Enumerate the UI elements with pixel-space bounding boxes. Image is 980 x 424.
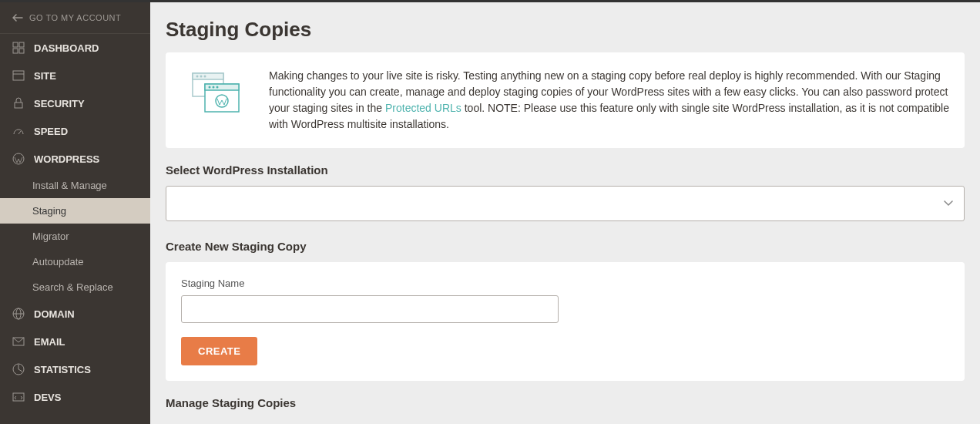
dashboard-icon (12, 42, 25, 54)
create-staging-section: Create New Staging Copy Staging Name CRE… (166, 240, 965, 381)
create-staging-card: Staging Name CREATE (166, 262, 965, 381)
arrow-left-icon (12, 14, 23, 22)
sub-install-manage[interactable]: Install & Manage (0, 173, 150, 198)
svg-line-7 (18, 131, 21, 134)
nav-dashboard[interactable]: DASHBOARD (0, 34, 150, 62)
tab-backup[interactable]: BACKUP (295, 419, 341, 424)
page-title: Staging Copies (166, 18, 965, 42)
nav-speed-label: SPEED (34, 126, 68, 137)
svg-rect-14 (13, 393, 24, 401)
stats-icon (12, 363, 25, 375)
main-content: Staging Copies Making changes to your li… (150, 2, 980, 424)
manage-staging-label: Manage Staging Copies (166, 396, 965, 409)
nav-domain[interactable]: DOMAIN (0, 300, 150, 328)
sub-autoupdate[interactable]: Autoupdate (0, 249, 150, 274)
manage-staging-section: Manage Staging Copies STAGING COPIES BAC… (166, 396, 965, 424)
select-install-section: Select WordPress Installation (166, 163, 965, 221)
create-staging-label: Create New Staging Copy (166, 240, 965, 253)
staging-name-label: Staging Name (181, 278, 949, 289)
nav-security-label: SECURITY (34, 98, 85, 109)
chevron-down-icon (944, 200, 953, 207)
devs-icon (12, 391, 25, 403)
select-install-label: Select WordPress Installation (166, 163, 965, 177)
back-link-label: GO TO MY ACCOUNT (29, 13, 121, 22)
sub-migrator[interactable]: Migrator (0, 224, 150, 249)
svg-point-22 (209, 86, 211, 89)
intro-card: Making changes to your live site is risk… (166, 52, 965, 148)
nav-email-label: EMAIL (34, 336, 65, 348)
svg-rect-1 (19, 42, 24, 47)
svg-rect-3 (19, 49, 24, 53)
nav-security[interactable]: SECURITY (0, 89, 150, 117)
manage-tabs: STAGING COPIES BACKUP (166, 419, 965, 424)
nav-speed[interactable]: SPEED (0, 117, 150, 145)
staging-name-input[interactable] (181, 295, 559, 323)
nav-devs-label: DEVS (34, 392, 61, 403)
globe-icon (12, 308, 25, 320)
svg-rect-0 (13, 42, 18, 47)
svg-point-23 (213, 86, 215, 89)
wordpress-install-select[interactable] (166, 186, 965, 221)
nav-site-label: SITE (34, 70, 56, 82)
nav-site[interactable]: SITE (0, 62, 150, 89)
back-to-account-link[interactable]: GO TO MY ACCOUNT (0, 2, 150, 34)
nav-wordpress[interactable]: WORDPRESS (0, 145, 150, 173)
lock-icon (12, 97, 25, 109)
nav-dashboard-label: DASHBOARD (34, 42, 99, 54)
svg-point-18 (200, 76, 203, 78)
wordpress-icon (12, 153, 25, 165)
svg-rect-4 (13, 71, 24, 80)
nav-domain-label: DOMAIN (34, 308, 75, 320)
sub-staging[interactable]: Staging (0, 198, 150, 224)
mail-icon (12, 335, 25, 348)
speed-icon (12, 125, 25, 137)
sidebar: GO TO MY ACCOUNT DASHBOARD SITE SECURITY… (0, 2, 150, 424)
nav-email[interactable]: EMAIL (0, 328, 150, 355)
svg-rect-6 (15, 103, 22, 108)
intro-text: Making changes to your live site is risk… (269, 68, 949, 133)
nav-wordpress-label: WORDPRESS (34, 153, 99, 165)
svg-point-19 (204, 76, 206, 78)
nav-devs[interactable]: DEVS (0, 383, 150, 411)
svg-rect-2 (13, 49, 18, 53)
create-button[interactable]: CREATE (181, 337, 257, 365)
staging-illustration (181, 68, 250, 113)
site-icon (12, 69, 25, 82)
tab-staging-copies[interactable]: STAGING COPIES (180, 419, 270, 424)
nav-statistics[interactable]: STATISTICS (0, 355, 150, 383)
svg-point-24 (216, 86, 219, 89)
nav-statistics-label: STATISTICS (34, 364, 91, 375)
svg-point-17 (196, 76, 199, 78)
sub-search-replace[interactable]: Search & Replace (0, 274, 150, 300)
protected-urls-link[interactable]: Protected URLs (385, 102, 461, 114)
